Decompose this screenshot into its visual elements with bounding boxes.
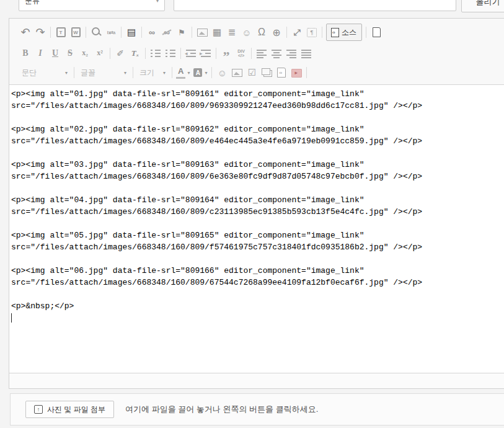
attach-hint-text: 여기에 파일을 끌어 놓거나 왼쪽의 버튼을 클릭하세요. [125, 404, 318, 415]
attach-files-button[interactable]: ↑ 사진 및 파일 첨부 [25, 401, 114, 418]
source-line: <p><img alt="06.jpg" data-file-srl="8091… [11, 265, 504, 277]
superscript-icon[interactable]: x² [92, 46, 107, 61]
link-icon[interactable]: ∞ [144, 25, 159, 40]
source-code-area[interactable]: <p><img alt="01.jpg" data-file-srl="8091… [9, 85, 504, 373]
font-family-label: 글꼴 [81, 68, 95, 78]
iframe-icon[interactable]: ⊕ [269, 25, 284, 40]
toolbar-separator [133, 67, 133, 78]
image2-icon[interactable] [229, 65, 244, 80]
source-button-label: 소스 [342, 27, 356, 38]
replace-icon[interactable]: b⇄a [104, 25, 118, 40]
toolbar-row: 문단▾글꼴▾크기▾A▾A▾☺☑ [18, 63, 499, 82]
toolbar-separator [306, 67, 307, 78]
source-line [11, 253, 504, 265]
strike-icon[interactable]: S [63, 46, 77, 61]
toolbar-row: BIUSx₂x²✐Tₓ”DIV</> [18, 43, 499, 63]
code-file-icon[interactable] [274, 65, 289, 80]
find-icon[interactable] [89, 25, 104, 40]
emoticon-icon[interactable]: ☺ [239, 25, 254, 40]
font-size-select[interactable]: 크기▾ [136, 66, 169, 79]
paragraph-format-select[interactable]: 문단▾ [18, 66, 71, 79]
toolbar-separator [86, 27, 86, 38]
font-family-select[interactable]: 글꼴▾ [77, 66, 130, 79]
video-icon[interactable] [289, 65, 304, 80]
chevron-down-icon: ▾ [124, 70, 126, 76]
toolbar-separator [192, 27, 192, 38]
horizontal-rule-icon[interactable]: ≣ [224, 25, 239, 40]
toolbar-separator [172, 67, 172, 78]
source-line [11, 112, 504, 123]
upload-icon: ↑ [34, 405, 43, 414]
source-line [11, 147, 504, 159]
undo-icon[interactable]: ↶ [18, 25, 33, 40]
source-line: src="/files/attach/images/668348/160/809… [11, 206, 504, 218]
editor-toolbar: ↶↷TWb⇄a▤∞∞⚑▦≣☺Ω⊕⤢¶소스BIUSx₂x²✐Tₓ”DIV</>문단… [9, 19, 504, 85]
editor-container: ↶↷TWb⇄a▤∞∞⚑▦≣☺Ω⊕⤢¶소스BIUSx₂x²✐Tₓ”DIV</>문단… [9, 18, 504, 389]
justify-icon[interactable] [299, 46, 314, 61]
source-line: <p><img alt="01.jpg" data-file-srl="8091… [11, 88, 504, 100]
toolbar-row: ↶↷TWb⇄a▤∞∞⚑▦≣☺Ω⊕⤢¶소스 [18, 21, 499, 43]
title-input[interactable] [174, 0, 456, 11]
underline-icon[interactable]: U [48, 46, 63, 61]
source-button[interactable]: 소스 [326, 24, 362, 41]
numbered-list-icon[interactable] [148, 46, 163, 61]
category-select[interactable]: 분류 ▾ [19, 0, 165, 11]
align-center-icon[interactable] [269, 46, 284, 61]
source-line: <p><img alt="02.jpg" data-file-srl="8091… [11, 123, 504, 135]
maximize-icon[interactable]: ⤢ [290, 25, 304, 40]
toolbar-separator [145, 48, 146, 59]
source-line: src="/files/attach/images/668348/160/809… [11, 277, 504, 288]
attach-bar: ↑ 사진 및 파일 첨부 여기에 파일을 끌어 놓거나 왼쪽의 버튼을 클릭하세… [10, 393, 504, 426]
blockquote-icon[interactable]: ” [219, 43, 234, 64]
chevron-down-icon: ▾ [205, 70, 207, 76]
toolbar-separator [286, 27, 287, 38]
source-icon [328, 25, 342, 39]
source-line: <p><img alt="03.jpg" data-file-srl="8091… [11, 159, 504, 171]
photo-gallery-icon[interactable] [259, 65, 274, 80]
special-char-icon[interactable]: Ω [254, 25, 269, 40]
italic-icon[interactable]: I [33, 46, 48, 61]
div-container-icon[interactable]: DIV</> [234, 46, 249, 61]
paragraph-format-label: 문단 [22, 68, 37, 78]
anchor-icon[interactable]: ⚑ [174, 25, 189, 40]
select-all-icon[interactable]: ▤ [124, 25, 139, 40]
show-blocks-icon[interactable]: ¶ [304, 25, 319, 40]
bg-color-icon[interactable]: A▾ [192, 65, 209, 80]
submit-button[interactable]: 올리기 [461, 0, 504, 12]
new-page-icon[interactable] [369, 25, 384, 40]
toolbar-separator [180, 48, 181, 59]
toolbar-separator [141, 27, 142, 38]
toolbar-separator [121, 27, 122, 38]
source-line: src="/files/attach/images/668348/160/809… [11, 171, 504, 182]
toolbar-separator [251, 48, 252, 59]
copy-format-icon[interactable]: ✐ [113, 46, 128, 61]
indent-icon[interactable] [198, 46, 213, 61]
chevron-down-icon: ▾ [65, 70, 68, 76]
poll-icon[interactable]: ☑ [244, 65, 259, 80]
bulleted-list-icon[interactable] [163, 46, 178, 61]
source-line: <p><img alt="05.jpg" data-file-srl="8091… [11, 230, 504, 241]
paste-word-icon[interactable]: W [68, 25, 83, 40]
toolbar-separator [366, 27, 366, 38]
category-select-label: 분류 [25, 0, 40, 6]
table-icon[interactable]: ▦ [210, 25, 224, 40]
source-line: src="/files/attach/images/668348/160/809… [11, 100, 504, 112]
redo-icon[interactable]: ↷ [33, 25, 48, 40]
chevron-down-icon: ▾ [187, 70, 190, 76]
source-line: <p>&nbsp;</p> [11, 300, 504, 312]
toolbar-separator [74, 67, 74, 78]
outdent-icon[interactable] [183, 46, 198, 61]
unlink-icon[interactable]: ∞ [159, 25, 174, 40]
subscript-icon[interactable]: x₂ [77, 46, 92, 61]
source-line: src="/files/attach/images/668348/160/809… [11, 241, 504, 253]
emoticon2-icon[interactable]: ☺ [214, 65, 229, 80]
text-color-icon[interactable]: A▾ [175, 65, 192, 80]
bold-icon[interactable]: B [18, 46, 33, 61]
source-line [11, 288, 504, 300]
image-icon[interactable] [195, 25, 210, 40]
paste-text-icon[interactable]: T [53, 25, 68, 40]
source-line [11, 218, 504, 230]
remove-format-icon[interactable]: Tₓ [128, 46, 143, 61]
align-right-icon[interactable] [284, 46, 299, 61]
align-left-icon[interactable] [254, 46, 269, 61]
